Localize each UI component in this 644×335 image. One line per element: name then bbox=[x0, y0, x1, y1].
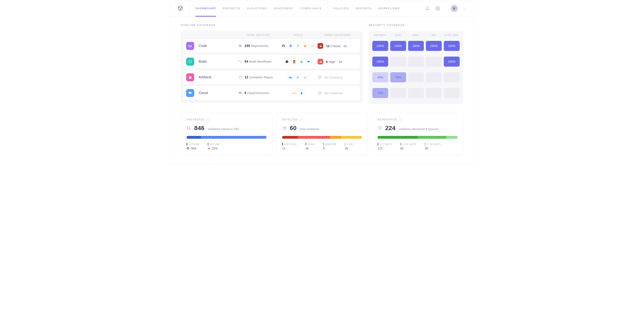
coverage-cell[interactable] bbox=[408, 72, 424, 82]
tool-icon[interactable]: ⠿ bbox=[295, 43, 301, 49]
notifications-icon[interactable] bbox=[425, 6, 430, 11]
tool-icon[interactable]: ◉ bbox=[298, 58, 304, 64]
row-name: Code bbox=[199, 44, 207, 48]
cloud-small-icon bbox=[238, 91, 242, 95]
security-row: 100%100%100%100%100% bbox=[372, 39, 460, 53]
card-title-text: REMEDIATED bbox=[378, 118, 397, 121]
section-title: PIPELINE COVERAGE bbox=[181, 24, 363, 26]
info-icon[interactable]: i bbox=[300, 118, 303, 121]
coverage-cell[interactable]: 100% bbox=[444, 56, 460, 67]
nav-tabs-primary: DASHBOARD PROJECTS VIOLATIONS DISCOVERY … bbox=[196, 0, 322, 16]
coverage-cell[interactable]: 100% bbox=[390, 41, 406, 51]
settings-icon[interactable] bbox=[435, 6, 440, 11]
circleci-icon[interactable] bbox=[284, 58, 290, 64]
legend-pip bbox=[306, 143, 306, 146]
coverage-cell[interactable] bbox=[426, 88, 442, 98]
tab-projects[interactable]: PROJECTS bbox=[223, 0, 240, 16]
coverage-cell[interactable] bbox=[444, 72, 460, 82]
pipeline-row-artifacts[interactable]: Artifacts 12 Container Repos. ⊞ ◎ bbox=[183, 70, 360, 84]
legend-pip bbox=[323, 143, 324, 146]
card-prevented: PREVENTEDi 846 Violations Found In PRs G… bbox=[181, 113, 272, 156]
row-name: Artifacts bbox=[199, 75, 212, 79]
card-subtitle: Violations Found In PRs bbox=[208, 128, 239, 131]
card-remediated: REMEDIATEDi 224 Violations Resolved & Ig… bbox=[372, 113, 463, 156]
security-row: 49%79% bbox=[372, 70, 460, 84]
tools-more[interactable]: +2 bbox=[309, 43, 315, 49]
pipeline-row-cloud[interactable]: Cloud 6 Cloud Accounts aws No Viola bbox=[183, 86, 360, 100]
coverage-cell[interactable]: 100% bbox=[372, 56, 388, 67]
gitlab-icon[interactable] bbox=[302, 43, 308, 49]
info-icon[interactable]: i bbox=[399, 118, 402, 121]
artifacts-icon bbox=[186, 73, 194, 81]
fire-icon bbox=[318, 59, 323, 64]
azure-icon[interactable] bbox=[298, 90, 304, 96]
tab-workflows[interactable]: WORKFLOWS bbox=[378, 0, 400, 16]
legend-pip bbox=[186, 143, 187, 146]
bitbucket-icon[interactable] bbox=[288, 43, 294, 49]
tab-reports[interactable]: REPORTS bbox=[356, 0, 372, 16]
summary-cards: PREVENTEDi 846 Violations Found In PRs G… bbox=[181, 113, 463, 156]
coverage-cell[interactable] bbox=[444, 88, 460, 98]
tab-policies[interactable]: POLICIES bbox=[333, 0, 349, 16]
divider bbox=[328, 0, 328, 16]
col-tools: TOOLS bbox=[278, 34, 318, 36]
chevron-down-icon[interactable] bbox=[463, 7, 466, 10]
container-icon bbox=[238, 76, 242, 79]
coverage-cell[interactable] bbox=[408, 88, 424, 98]
svg-point-3 bbox=[241, 62, 242, 63]
legend-pip bbox=[208, 143, 208, 146]
coverage-cell[interactable]: 100% bbox=[444, 41, 460, 51]
brand-logo[interactable] bbox=[177, 5, 184, 12]
card-subtitle: Violations Resolved & Ignored bbox=[399, 128, 438, 131]
tab-dashboard[interactable]: DASHBOARD bbox=[196, 0, 216, 16]
pipeline-row-code[interactable]: Code 240 Repositories ⠿ +2 bbox=[183, 39, 360, 53]
security-header: SECRETS SCA SAST IAC CI/CD SEC. bbox=[372, 34, 460, 39]
tab-discovery[interactable]: DISCOVERY bbox=[274, 0, 293, 16]
coverage-cell[interactable] bbox=[390, 56, 406, 67]
github-icon[interactable] bbox=[280, 43, 286, 49]
pipeline-row-build[interactable]: Build 64 Build Workflows 🤵 ◉ bbox=[183, 54, 360, 69]
violations-cell: 12 Critical/42 bbox=[318, 43, 357, 49]
legend-pip bbox=[378, 143, 378, 146]
security-grid: SECRETS SCA SAST IAC CI/CD SEC. 100%100%… bbox=[369, 31, 463, 104]
tools-list: ⠿ +2 bbox=[278, 43, 318, 49]
divider bbox=[190, 0, 190, 16]
coverage-cell[interactable]: 79% bbox=[372, 88, 388, 98]
row-name: Build bbox=[199, 60, 206, 64]
tools-list: aws bbox=[278, 90, 318, 96]
coverage-cell[interactable] bbox=[426, 56, 442, 67]
coverage-cell[interactable]: 100% bbox=[426, 41, 442, 51]
coverage-cell[interactable]: 100% bbox=[372, 41, 388, 51]
app-window: DASHBOARD PROJECTS VIOLATIONS DISCOVERY … bbox=[170, 0, 474, 164]
legend-item: ≤ 7 DAYS112 bbox=[378, 143, 392, 150]
coverage-cell[interactable]: 100% bbox=[408, 41, 424, 51]
legend-item: LOW16 bbox=[345, 143, 353, 150]
coverage-cell[interactable] bbox=[426, 72, 442, 82]
harbor-icon[interactable]: ⊞ bbox=[295, 74, 301, 80]
coverage-cell[interactable] bbox=[408, 56, 424, 67]
azure-icon[interactable] bbox=[306, 58, 312, 64]
legend-pip bbox=[345, 143, 346, 146]
legend-item: GITLAB22% bbox=[208, 143, 220, 150]
aws-icon[interactable]: aws bbox=[291, 90, 297, 96]
violations-cell: 6 High/18 bbox=[318, 59, 357, 64]
legend-item: CRITICAL12 bbox=[282, 143, 297, 150]
remediated-bar-chart bbox=[378, 136, 458, 139]
pipeline-section: PIPELINE COVERAGE TOTAL ENTITIES TOOLS O… bbox=[181, 24, 363, 104]
remediated-legend: ≤ 7 DAYS1128-30 DAYS82> 30 DAYS30 bbox=[378, 143, 458, 150]
jenkins-icon[interactable]: 🤵 bbox=[291, 58, 297, 64]
docker-icon[interactable] bbox=[288, 74, 294, 80]
tab-compliance[interactable]: COMPLIANCE bbox=[300, 0, 322, 16]
col-open-violations: OPEN VIOLATIONS bbox=[318, 34, 358, 36]
coverage-cell[interactable]: 49% bbox=[372, 72, 388, 82]
user-avatar[interactable]: B bbox=[451, 5, 458, 12]
legend-pip bbox=[425, 143, 426, 146]
nav-tabs-secondary: POLICIES REPORTS WORKFLOWS bbox=[333, 0, 400, 16]
card-value: 224 bbox=[385, 124, 396, 132]
info-icon[interactable]: i bbox=[206, 118, 209, 121]
coverage-cell[interactable]: 79% bbox=[390, 72, 406, 82]
tab-violations[interactable]: VIOLATIONS bbox=[247, 0, 267, 16]
tools-list: ⊞ ◎ bbox=[278, 74, 318, 80]
tool-icon[interactable]: ◎ bbox=[302, 74, 308, 80]
coverage-cell[interactable] bbox=[390, 88, 406, 98]
